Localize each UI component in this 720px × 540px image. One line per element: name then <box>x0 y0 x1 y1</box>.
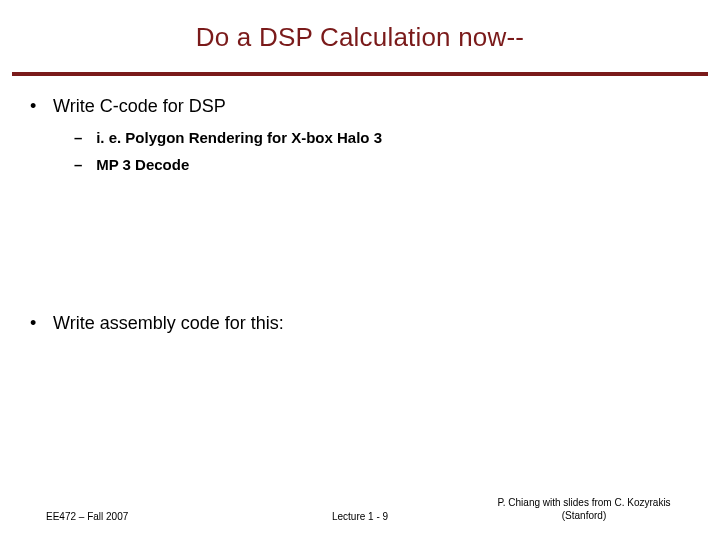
spacer <box>30 183 690 313</box>
bullet-dot-icon: • <box>30 96 48 117</box>
dash-icon: – <box>74 156 92 173</box>
bullet-1-subs: – i. e. Polygon Rendering for X-box Halo… <box>74 129 690 173</box>
slide-content: • Write C-code for DSP – i. e. Polygon R… <box>30 96 690 346</box>
title-rule <box>12 72 708 76</box>
bullet-2-text: Write assembly code for this: <box>53 313 284 333</box>
dash-icon: – <box>74 129 92 146</box>
footer: EE472 – Fall 2007 Lecture 1 - 9 P. Chian… <box>0 497 720 522</box>
slide-title: Do a DSP Calculation now-- <box>0 0 720 53</box>
sub-bullet-1-text: i. e. Polygon Rendering for X-box Halo 3 <box>96 129 382 146</box>
sub-bullet-2: – MP 3 Decode <box>74 156 690 173</box>
bullet-1: • Write C-code for DSP <box>30 96 690 117</box>
bullet-2: • Write assembly code for this: <box>30 313 690 334</box>
sub-bullet-2-text: MP 3 Decode <box>96 156 189 173</box>
slide: Do a DSP Calculation now-- • Write C-cod… <box>0 0 720 540</box>
sub-bullet-1: – i. e. Polygon Rendering for X-box Halo… <box>74 129 690 146</box>
footer-right: P. Chiang with slides from C. Kozyrakis … <box>494 497 674 522</box>
bullet-1-text: Write C-code for DSP <box>53 96 226 116</box>
footer-center: Lecture 1 - 9 <box>332 511 388 522</box>
footer-left: EE472 – Fall 2007 <box>46 511 128 522</box>
bullet-dot-icon: • <box>30 313 48 334</box>
